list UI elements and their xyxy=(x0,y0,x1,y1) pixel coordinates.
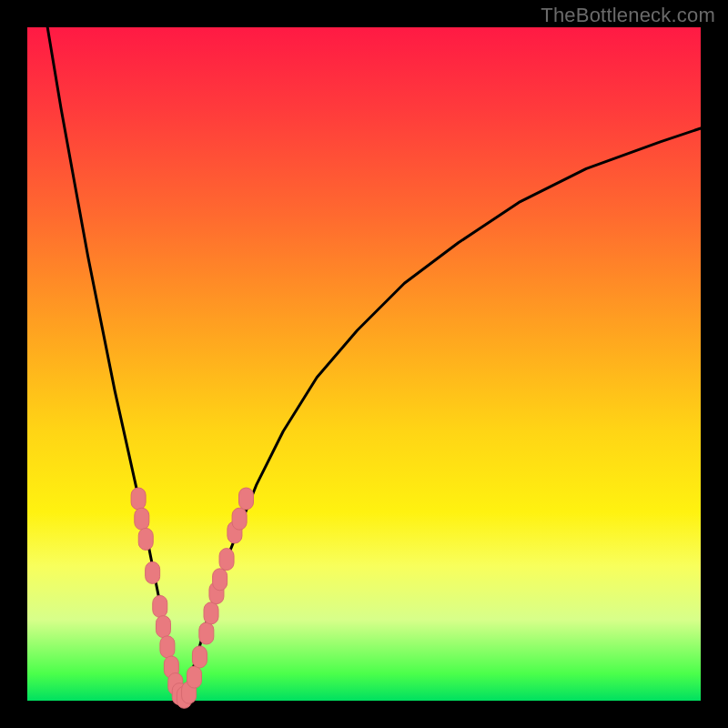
data-marker xyxy=(187,666,202,688)
data-marker xyxy=(160,636,175,658)
data-marker xyxy=(153,595,167,617)
data-marker xyxy=(204,602,218,624)
data-marker xyxy=(199,622,214,644)
bottleneck-curve-path xyxy=(47,27,701,701)
data-marker xyxy=(131,488,146,510)
bottleneck-curve xyxy=(47,27,701,701)
data-marker xyxy=(138,528,153,550)
data-marker xyxy=(239,488,254,510)
watermark-text: TheBottleneck.com xyxy=(541,4,715,27)
data-marker xyxy=(213,569,228,591)
data-marker xyxy=(146,561,160,583)
chart-overlay xyxy=(27,27,701,701)
data-marker xyxy=(156,616,170,638)
marker-cluster xyxy=(131,488,253,708)
chart-frame: TheBottleneck.com xyxy=(0,0,728,728)
data-marker xyxy=(135,508,149,530)
data-marker xyxy=(192,646,207,668)
data-marker xyxy=(219,549,234,571)
data-marker xyxy=(232,508,247,530)
